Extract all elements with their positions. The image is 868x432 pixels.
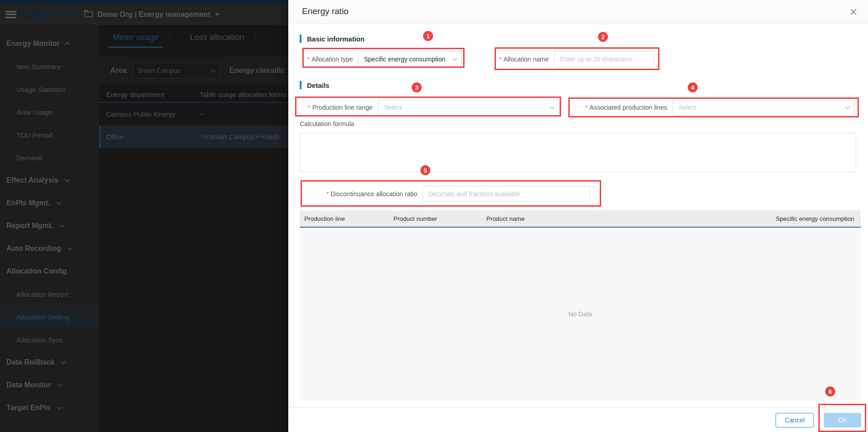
associated-production-lines-select[interactable]: Select <box>673 99 855 116</box>
section-basic-information: Basic information <box>300 35 365 43</box>
close-icon[interactable]: ✕ <box>847 6 860 19</box>
allocation-type-select[interactable]: Specific energy consumption <box>358 51 462 67</box>
chevron-down-icon <box>845 104 850 109</box>
calculation-formula-textarea[interactable] <box>300 133 856 172</box>
annotation-badge-1: 1 <box>423 31 433 41</box>
annotation-badge-4: 4 <box>688 82 698 92</box>
chevron-down-icon <box>452 56 457 61</box>
section-details: Details <box>300 81 329 89</box>
modal-footer: Cancel OK <box>288 407 868 432</box>
annotation-badge-3: 3 <box>412 82 422 92</box>
annotation-badge-5: 5 <box>420 165 430 175</box>
chevron-down-icon <box>550 104 555 109</box>
annotation-badge-6: 6 <box>825 386 835 396</box>
allocation-name-label: * Allocation name <box>489 51 549 67</box>
discontinuance-allocation-ratio-label: * Discontinuance allocation ratio <box>306 186 417 202</box>
ok-button[interactable]: OK <box>824 413 861 427</box>
cancel-button[interactable]: Cancel <box>776 413 814 427</box>
calculation-formula-label: Calculation formula <box>300 120 354 127</box>
table-header-row: Production line Product number Product n… <box>300 210 861 228</box>
discontinuance-allocation-ratio-input[interactable] <box>423 186 590 202</box>
no-data-text: No Data <box>568 310 592 318</box>
annotation-badge-2: 2 <box>598 32 608 42</box>
table-body-empty: No Data <box>300 228 861 401</box>
production-line-table: Production line Product number Product n… <box>300 210 861 401</box>
associated-production-lines-label: * Associated production lines <box>573 99 667 116</box>
modal-header: Energy ratio ✕ <box>288 0 868 24</box>
production-line-range-select[interactable]: Select <box>378 99 559 116</box>
modal-title: Energy ratio <box>302 6 348 16</box>
allocation-name-input[interactable] <box>554 51 654 67</box>
energy-ratio-modal: Energy ratio ✕ Basic information * Alloc… <box>288 0 868 432</box>
production-line-range-label: * Production line range <box>300 99 373 116</box>
allocation-type-label: * Allocation type <box>301 51 353 67</box>
